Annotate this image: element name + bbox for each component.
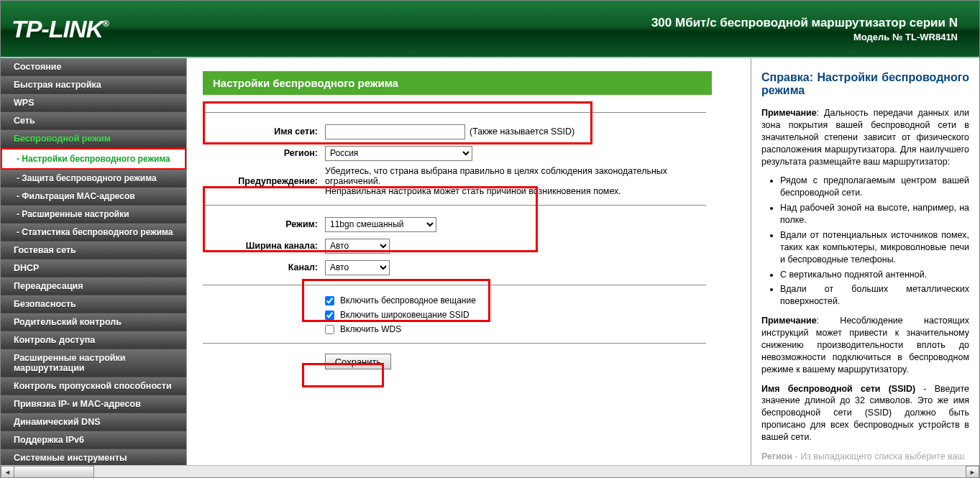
help-bullet: С вертикально поднятой антенной. [780,269,969,281]
sidebar-item[interactable]: Привязка IP- и MAC-адресов [1,395,186,413]
help-panel: Справка: Настройки беспроводного режима … [751,58,979,465]
sidebar-item[interactable]: Состояние [1,58,186,76]
region-label: Регион: [203,148,325,158]
help-bullet: Рядом с предполагаемым центром вашей бес… [780,175,969,199]
ssid-label: Имя сети: [203,127,325,137]
help-title: Справка: Настройки беспроводного режима [761,71,969,97]
sidebar-item[interactable]: Родительский контроль [1,313,186,331]
page-title: Настройки беспроводного режима [203,71,712,95]
chwidth-select[interactable]: Авто [325,239,390,254]
sidebar-item[interactable]: Контроль пропускной способности [1,377,186,395]
sidebar-subitem[interactable]: - Расширенные настройки [1,206,186,224]
sidebar-item[interactable]: Гостевая сеть [1,242,186,259]
broadcast-checkbox[interactable] [325,296,334,305]
logo: TP-LINK® [12,15,109,43]
help-bullet: Вдали от потенциальных источников помех,… [780,229,969,266]
sidebar-item[interactable]: WPS [1,94,186,112]
chwidth-label: Ширина канала: [203,241,325,251]
scroll-left-icon[interactable]: ◄ [1,466,14,478]
main-content: Настройки беспроводного режима Имя сети:… [187,58,751,465]
sidebar-item[interactable]: Поддержка IPv6 [1,431,186,449]
ssid-input[interactable] [325,124,465,139]
sidebar-subitem[interactable]: - Статистика беспроводного режима [1,224,186,242]
ssid-broadcast-checkbox[interactable] [325,311,334,320]
sidebar-item[interactable]: Быстрая настройка [1,76,186,94]
sidebar-subitem[interactable]: - Защита беспроводного режима [1,170,186,188]
scroll-thumb[interactable] [14,466,94,478]
header-banner: TP-LINK® 300 Мбит/с беспроводной маршрут… [1,1,979,58]
wds-checkbox[interactable] [325,325,334,334]
ssid-hint: (Также называется SSID) [470,127,574,137]
sidebar-subitem[interactable]: - Фильтрация MAC-адресов [1,188,186,206]
channel-select[interactable]: Авто [325,260,390,275]
sidebar-nav: СостояниеБыстрая настройкаWPSСетьБеспров… [1,58,186,465]
sidebar-item[interactable]: Сеть [1,112,186,130]
save-button[interactable]: Сохранить [325,354,391,369]
sidebar-item[interactable]: DHCP [1,259,186,277]
region-select[interactable]: Россия [325,146,472,161]
warn-label: Предупреждение: [203,176,325,186]
horizontal-scrollbar[interactable]: ◄ ► [1,465,979,478]
sidebar-item[interactable]: Динамический DNS [1,413,186,431]
sidebar-item[interactable]: Расширенные настройки маршрутизации [1,349,186,377]
header-subtitle: 300 Мбит/с беспроводной маршрутизатор се… [651,16,958,42]
sidebar-item[interactable]: Контроль доступа [1,331,186,349]
mode-select[interactable]: 11bgn смешанный [325,217,436,232]
help-bullet: Вдали от больших металлических поверхнос… [780,283,969,308]
scroll-right-icon[interactable]: ► [966,466,979,478]
sidebar-item[interactable]: Беспроводной режим [1,130,186,148]
sidebar-item[interactable]: Системные инструменты [1,449,186,465]
sidebar-item[interactable]: Безопасность [1,295,186,313]
sidebar-subitem[interactable]: - Настройки беспроводного режима [1,148,186,170]
help-bullet: Над рабочей зоной на высоте, например, н… [780,202,969,226]
channel-label: Канал: [203,262,325,272]
mode-label: Режим: [203,219,325,229]
sidebar-item[interactable]: Переадресация [1,277,186,295]
